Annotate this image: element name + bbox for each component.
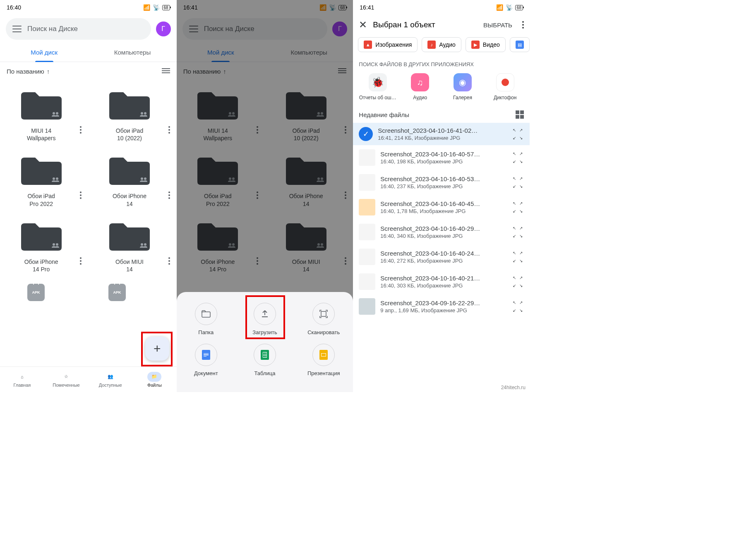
expand-icon[interactable]: ↖↗↙↘: [511, 251, 524, 263]
folder-item[interactable]: MIUI 14 Wallpapers: [177, 84, 265, 149]
image-icon: ▲: [364, 41, 372, 49]
svg-point-4: [53, 177, 55, 180]
bug-icon: 🐞: [372, 77, 384, 88]
file-thumbnail: [359, 149, 375, 166]
expand-icon[interactable]: ↖↗↙↘: [511, 226, 524, 238]
drive-screen: 16:40 📶 📡 68 Поиск на Диске Г Мой диск К…: [0, 0, 177, 392]
sort-button[interactable]: По названию ↑: [7, 68, 50, 75]
doc-icon: ▤: [516, 41, 524, 49]
slides-icon: [319, 350, 328, 360]
expand-icon[interactable]: ↖↗↙↘: [511, 275, 524, 288]
folder-item[interactable]: Обои iPhone 14 Pro: [0, 215, 88, 280]
select-button[interactable]: ВЫБРАТЬ: [483, 22, 512, 29]
more-icon[interactable]: [252, 88, 262, 134]
people-icon: 👥: [108, 374, 113, 379]
more-icon[interactable]: [252, 153, 262, 199]
more-icon[interactable]: [522, 21, 524, 29]
svg-point-6: [141, 177, 143, 180]
folder-item[interactable]: MIUI 14 Wallpapers: [0, 84, 88, 149]
expand-icon[interactable]: ↖↗↙↘: [511, 151, 524, 164]
file-list: ✓Screenshot_2023-04-10-16-41-02…16:41, 2…: [353, 123, 530, 319]
search-placeholder: Поиск на Диске: [204, 25, 254, 33]
nav-starred[interactable]: ☆Помеченные: [44, 367, 89, 392]
svg-point-3: [144, 112, 146, 115]
more-icon[interactable]: [341, 88, 350, 134]
app-bug-reports[interactable]: 🐞Отчеты об ош…: [359, 73, 396, 101]
hamburger-icon[interactable]: [189, 26, 198, 32]
nav-home[interactable]: ⌂Главная: [0, 367, 44, 392]
folder-item[interactable]: Обои iPad Pro 2022: [0, 149, 88, 215]
sheet-pres-button[interactable]: Презентация: [303, 344, 344, 376]
chip-images[interactable]: ▲Изображения: [358, 37, 418, 52]
more-icon[interactable]: [341, 153, 350, 199]
chip-video[interactable]: ▶Видео: [466, 37, 506, 52]
tab-computers[interactable]: Компьютеры: [265, 43, 353, 62]
file-row[interactable]: Screenshot_2023-04-10-16-40-24…16:40, 27…: [353, 244, 530, 269]
svg-point-22: [317, 243, 320, 246]
close-icon[interactable]: ✕: [359, 19, 367, 31]
folder-item[interactable]: Обои iPad Pro 2022: [177, 149, 265, 215]
folder-item[interactable]: Обои MIUI 14: [265, 215, 353, 280]
more-icon[interactable]: [76, 153, 86, 199]
sheet-doc-button[interactable]: Документ: [185, 344, 227, 376]
folder-item[interactable]: Обои iPad 10 (2022): [265, 84, 353, 149]
more-icon[interactable]: [164, 153, 174, 199]
file-row[interactable]: Screenshot_2023-04-10-16-40-53…16:40, 23…: [353, 170, 530, 195]
search-bar[interactable]: Поиск на Диске: [182, 18, 328, 40]
svg-point-10: [141, 243, 143, 246]
sort-button[interactable]: По названию ↑: [183, 68, 226, 75]
tab-my-drive[interactable]: Мой диск: [177, 43, 265, 62]
more-icon[interactable]: [341, 219, 350, 265]
file-row[interactable]: Screenshot_2023-04-10-16-40-45…16:40, 1,…: [353, 195, 530, 220]
more-icon[interactable]: [252, 219, 262, 265]
svg-point-8: [53, 243, 55, 246]
svg-rect-24: [202, 312, 210, 317]
file-row[interactable]: Screenshot_2023-04-10-16-40-29…16:40, 34…: [353, 220, 530, 244]
more-icon[interactable]: [164, 88, 174, 134]
app-audio[interactable]: ♫Аудио: [401, 73, 439, 101]
expand-icon[interactable]: ↖↗↙↘: [511, 300, 524, 313]
view-toggle-icon[interactable]: [162, 68, 170, 74]
app-gallery[interactable]: ◉Галерея: [444, 73, 481, 101]
tab-computers[interactable]: Компьютеры: [88, 43, 176, 62]
sheet-folder-button[interactable]: Папка: [185, 303, 227, 335]
folder-item[interactable]: Обои iPad 10 (2022): [88, 84, 176, 149]
expand-icon[interactable]: ↖↗↙↘: [511, 128, 524, 140]
tab-my-drive[interactable]: Мой диск: [0, 43, 88, 62]
file-row[interactable]: Screenshot_2023-04-10-16-40-57…16:40, 19…: [353, 145, 530, 170]
file-row[interactable]: Screenshot_2023-04-10-16-40-21…16:40, 30…: [353, 269, 530, 294]
app-recorder[interactable]: Диктофон: [487, 73, 524, 101]
avatar[interactable]: Г: [332, 22, 347, 36]
signal-icon: 📶: [496, 4, 503, 11]
search-bar[interactable]: Поиск на Диске: [6, 18, 151, 40]
nav-shared[interactable]: 👥Доступные: [88, 367, 132, 392]
more-icon[interactable]: [76, 88, 86, 134]
sheet-scan-button[interactable]: Сканировать: [303, 303, 344, 335]
svg-point-19: [321, 177, 323, 180]
avatar[interactable]: Г: [156, 22, 171, 36]
folder-item[interactable]: Обои MIUI 14: [88, 215, 176, 280]
battery-icon: 68: [162, 5, 170, 10]
expand-icon[interactable]: ↖↗↙↘: [511, 201, 524, 213]
chip-more[interactable]: ▤: [510, 37, 530, 52]
expand-icon[interactable]: ↖↗↙↘: [511, 176, 524, 189]
apk-file-icon[interactable]: APK: [27, 284, 45, 301]
folder-item[interactable]: Обои iPhone 14 Pro: [177, 215, 265, 280]
more-icon[interactable]: [164, 219, 174, 265]
more-icon[interactable]: [76, 219, 86, 265]
file-row[interactable]: Screenshot_2023-04-09-16-22-29…9 апр., 1…: [353, 294, 530, 319]
apk-file-icon[interactable]: APK: [108, 284, 126, 301]
sheet-sheet-button[interactable]: Таблица: [244, 344, 286, 376]
folder-item[interactable]: Обои iPhone 14: [265, 149, 353, 215]
hamburger-icon[interactable]: [12, 26, 22, 32]
tabs: Мой диск Компьютеры: [0, 43, 177, 62]
file-thumbnail: [359, 273, 375, 290]
chip-audio[interactable]: ♪Аудио: [422, 37, 461, 52]
grid-view-icon[interactable]: [516, 110, 524, 119]
check-icon: ✓: [359, 127, 373, 141]
folder-grid: MIUI 14 WallpapersОбои iPad 10 (2022)Обо…: [0, 81, 177, 284]
file-row[interactable]: ✓Screenshot_2023-04-10-16-41-02…16:41, 2…: [353, 123, 530, 145]
folder-item[interactable]: Обои iPhone 14: [88, 149, 176, 215]
view-toggle-icon[interactable]: [338, 68, 346, 74]
nav-files[interactable]: 📁Файлы: [132, 367, 177, 392]
